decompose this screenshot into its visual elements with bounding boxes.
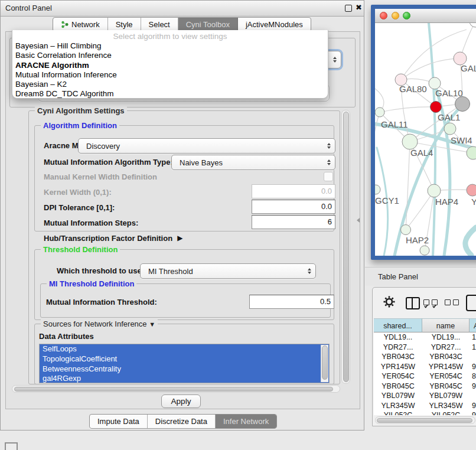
tab-jactivemnodules[interactable]: jActiveMNodules	[238, 18, 311, 31]
network-canvas[interactable]: GAL GAL80 GAL10 GAL1 GAL11 SWI4 GAL4 GCY…	[375, 23, 476, 256]
table-row[interactable]: YER054CYER054C8.	[374, 371, 476, 381]
column-layout-icon[interactable]	[406, 297, 420, 309]
column-header-sharedname[interactable]: shared...	[374, 318, 422, 332]
control-panel-titlebar: Control Panel ✖	[1, 1, 364, 17]
table-row[interactable]: YLR345WYLR345W9.	[374, 401, 476, 411]
combo-stepper-icon	[333, 57, 337, 63]
dpi-tolerance-field[interactable]: 0.0	[252, 200, 335, 214]
table-row[interactable]: YBL079WYBL079W	[374, 391, 476, 401]
attribute-item-selected[interactable]: gal4RGexp	[40, 374, 329, 383]
settings-hscrollbar[interactable]	[12, 385, 340, 393]
tab-label: Network	[71, 20, 100, 29]
network-graph: GAL GAL80 GAL10 GAL1 GAL11 SWI4 GAL4 GCY…	[375, 23, 476, 256]
node-gal10	[429, 77, 441, 89]
combo-stepper-icon	[308, 268, 311, 275]
float-window-icon[interactable]	[345, 5, 352, 12]
table-panel-header: Table Panel	[365, 267, 476, 286]
table-row[interactable]: YDL19...YDL19...13	[374, 332, 476, 343]
settings-vscrollbar[interactable]	[341, 110, 350, 384]
mi-type-combo[interactable]: Naive Bayes	[171, 155, 335, 170]
tab-discretize-data[interactable]: Discretize Data	[148, 415, 216, 428]
sources-collapser[interactable]: Sources for Network Inference ▼	[41, 319, 158, 328]
node-label: GAL	[461, 63, 476, 73]
dropdown-item[interactable]: Bayesian – K2	[12, 80, 328, 89]
mi-type-value: Naive Bayes	[180, 158, 223, 167]
kernel-width-label: Kernel Width (0,1):	[44, 188, 112, 197]
network-window-titlebar	[375, 9, 476, 23]
node-label: GAL4	[410, 148, 433, 158]
aracne-mode-value: Discovery	[86, 142, 120, 151]
which-threshold-combo[interactable]: MI Threshold	[140, 263, 316, 279]
dropdown-item-selected[interactable]: ARACNE Algorithm	[12, 61, 328, 70]
table-row[interactable]: YDR27...YDR27...12	[374, 343, 476, 353]
table-row[interactable]: YBR045CYBR045C9.	[374, 381, 476, 392]
table-row[interactable]: YIL052CYIL052C9	[374, 410, 476, 415]
node-label: GCY1	[375, 195, 399, 206]
combo-stepper-icon	[327, 159, 331, 166]
table-row[interactable]: YPR145WYPR145W9.	[374, 362, 476, 372]
dropdown-item[interactable]: Basic Correlation Inference	[12, 51, 328, 60]
node-label: SWI4	[451, 135, 472, 145]
group-title: Threshold Definition	[41, 245, 120, 254]
node-gal11	[375, 107, 384, 117]
attribute-item-selected[interactable]: SelfLoops	[40, 344, 329, 354]
close-traffic-light[interactable]	[380, 12, 387, 19]
network-icon	[61, 21, 69, 28]
apply-button[interactable]: Apply	[161, 394, 201, 408]
deselect-all-columns-icon[interactable]	[445, 299, 461, 310]
table-row[interactable]: YBR043CYBR043C	[374, 352, 476, 362]
tab-network[interactable]: Network	[53, 18, 108, 31]
gear-icon[interactable]	[383, 296, 395, 308]
manual-kernel-checkbox[interactable]	[324, 172, 333, 181]
floating-panel-icon[interactable]	[5, 442, 18, 450]
mit-field[interactable]: 0.5	[249, 295, 334, 309]
close-icon[interactable]: ✖	[356, 3, 362, 12]
dropdown-item[interactable]: Dream8 DC_TDC Algorithm	[12, 89, 328, 99]
minimize-traffic-light[interactable]	[392, 12, 399, 19]
attributes-scrollbar[interactable]	[321, 345, 328, 382]
attribute-item-selected[interactable]: BetweennessCentrality	[40, 364, 329, 374]
select-all-columns-icon[interactable]	[423, 299, 440, 310]
node	[470, 23, 476, 27]
expand-arrow-icon: ▶	[177, 234, 182, 242]
node-label: GAL11	[381, 119, 408, 129]
network-view-window: GAL GAL80 GAL10 GAL1 GAL11 SWI4 GAL4 GCY…	[371, 5, 476, 260]
dropdown-item[interactable]: Bayesian – Hill Climbing	[12, 41, 328, 51]
node-gray	[455, 97, 470, 112]
data-attributes-list: SelfLoops TopologicalCoefficient Between…	[39, 344, 330, 383]
splitter-collapse-icon[interactable]	[357, 218, 360, 223]
mi-steps-field[interactable]: 6	[252, 215, 335, 229]
node-gcy1	[375, 185, 380, 194]
dropdown-item[interactable]: Mutual Information Inference	[12, 70, 328, 80]
table-hscrollbar[interactable]	[375, 416, 475, 424]
export-table-icon[interactable]	[466, 295, 476, 311]
zoom-traffic-light[interactable]	[403, 12, 410, 19]
aracne-mode-combo[interactable]: Discovery	[78, 138, 335, 154]
group-title: MI Threshold Definition	[47, 279, 136, 288]
dropdown-prompt: Select algorithm to view settings	[12, 32, 328, 41]
tab-cyni-toolbox[interactable]: Cyni Toolbox	[178, 18, 238, 31]
table-panel-frame: shared... name A YDL19...YDL19...13 YDR2…	[372, 287, 476, 426]
column-header-partial[interactable]: A	[470, 318, 476, 332]
node-label: HAP4	[435, 197, 458, 207]
tab-infer-network[interactable]: Infer Network	[216, 415, 276, 428]
mit-label: Mutual Information Threshold:	[46, 298, 157, 306]
column-header-name[interactable]: name	[422, 318, 470, 332]
attribute-item-selected[interactable]: TopologicalCoefficient	[40, 354, 329, 364]
hub-factor-label: Hub/Transcription Factor Definition	[44, 234, 172, 243]
mi-steps-label: Mutual Information Steps:	[44, 219, 138, 227]
tab-impute-data[interactable]: Impute Data	[90, 415, 148, 428]
node-red	[431, 102, 442, 113]
algorithm-dropdown-popup: Select algorithm to view settings Bayesi…	[12, 30, 328, 99]
node-label: GAL10	[435, 88, 463, 98]
tab-style[interactable]: Style	[108, 18, 141, 31]
kernel-width-field[interactable]: 0.0	[252, 184, 335, 198]
network-node-labels: GAL GAL80 GAL10 GAL1 GAL11 SWI4 GAL4 GCY…	[375, 63, 476, 245]
table-header-row: shared... name A	[374, 318, 476, 332]
node-hap2	[401, 225, 411, 235]
table-body: YDL19...YDL19...13 YDR27...YDR27...12 YB…	[374, 332, 476, 415]
hub-factor-expander[interactable]: Hub/Transcription Factor Definition ▶	[44, 233, 182, 243]
node-label: HAP2	[406, 235, 429, 245]
which-threshold-value: MI Threshold	[148, 267, 193, 276]
tab-select[interactable]: Select	[141, 18, 178, 31]
